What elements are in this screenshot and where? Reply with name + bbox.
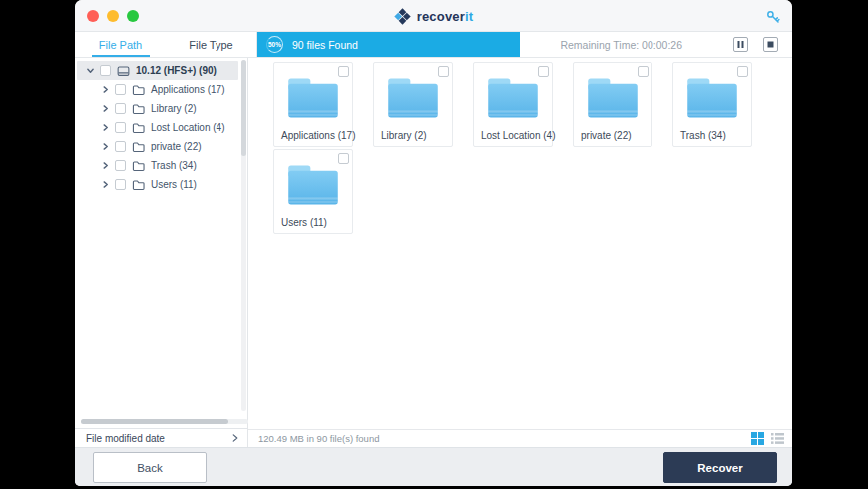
tree-item-folder[interactable]: Trash (34)	[75, 156, 247, 175]
scrollbar-thumb[interactable]	[81, 419, 228, 424]
logo-text: recoverit	[417, 9, 474, 24]
scan-progress-bar: 50% 90 files Found Remaining Time: 00:00…	[257, 32, 792, 58]
chevron-right-icon[interactable]	[102, 162, 109, 169]
tree-checkbox[interactable]	[115, 122, 126, 133]
tree-item-folder[interactable]: private (22)	[75, 137, 247, 156]
chevron-down-icon[interactable]	[87, 67, 94, 74]
folder-card-label: private (22)	[581, 130, 632, 141]
results-content: Applications (17)	[248, 58, 792, 429]
folder-tree: 10.12 (HFS+) (90)	[75, 58, 247, 428]
zoom-button[interactable]	[127, 10, 139, 22]
chevron-right-icon	[232, 434, 238, 442]
folder-icon	[132, 84, 145, 96]
tree-item-folder[interactable]: Library (2)	[75, 99, 247, 118]
grid-view-icon	[751, 432, 764, 445]
folder-icon	[132, 122, 145, 134]
folder-card[interactable]: private (22)	[573, 62, 652, 147]
recoverit-logo-icon	[394, 8, 411, 25]
folder-icon	[284, 75, 342, 125]
drive-icon	[117, 65, 130, 77]
tree-checkbox[interactable]	[115, 179, 126, 190]
file-modified-date-filter[interactable]: File modified date	[75, 428, 247, 447]
grid-view-button[interactable]	[751, 432, 764, 445]
sidebar-tabs: File Path File Type	[75, 32, 257, 58]
tree-item-folder[interactable]: Users (11)	[75, 175, 247, 194]
folder-icon	[584, 75, 642, 125]
tree-item-label: Users (11)	[151, 179, 197, 190]
chevron-right-icon[interactable]	[102, 86, 109, 93]
recoverit-logo: recoverit	[75, 0, 792, 32]
folder-card[interactable]: Trash (34)	[672, 62, 752, 147]
tab-file-path[interactable]: File Path	[75, 32, 166, 57]
tree-item-label: 10.12 (HFS+) (90)	[136, 65, 217, 76]
folder-card[interactable]: Users (11)	[273, 149, 353, 234]
scan-progress-remainder: Remaining Time: 00:00:26	[520, 32, 792, 57]
folder-icon	[132, 179, 145, 191]
folder-card-label: Lost Location (4)	[481, 130, 556, 141]
chevron-right-icon[interactable]	[102, 143, 109, 150]
list-view-button[interactable]	[771, 432, 784, 445]
tree-children: Applications (17)	[75, 80, 247, 194]
tree-item-volume[interactable]: 10.12 (HFS+) (90)	[77, 61, 238, 80]
minimize-button[interactable]	[107, 10, 119, 22]
activation-key-button[interactable]	[764, 8, 782, 26]
title-bar: recoverit	[75, 0, 792, 32]
results-area: Applications (17)	[248, 58, 792, 447]
file-path-sidebar: 10.12 (HFS+) (90)	[75, 58, 248, 447]
folder-card[interactable]: Applications (17)	[273, 62, 353, 147]
scrollbar-thumb[interactable]	[241, 60, 246, 156]
tree-item-folder[interactable]: Applications (17)	[75, 80, 247, 99]
sidebar-vertical-scrollbar[interactable]	[241, 60, 246, 411]
list-view-icon	[771, 432, 784, 445]
folder-card[interactable]: Lost Location (4)	[473, 62, 553, 147]
recover-button[interactable]: Recover	[663, 452, 777, 483]
folder-icon	[132, 103, 145, 115]
recoverit-window: recoverit File Path File Type	[75, 0, 792, 486]
folder-card-label: Trash (34)	[680, 130, 726, 141]
pause-scan-button[interactable]	[733, 37, 748, 52]
scan-progress-fill: 50% 90 files Found	[257, 32, 520, 57]
key-icon	[766, 10, 780, 24]
chevron-right-icon[interactable]	[102, 124, 109, 131]
tree-checkbox[interactable]	[115, 141, 126, 152]
window-controls	[87, 10, 139, 22]
folder-card-label: Users (11)	[281, 217, 327, 228]
folder-card[interactable]: Library (2)	[373, 62, 453, 147]
scan-status-text: 90 files Found	[292, 39, 358, 51]
folder-icon	[132, 141, 145, 153]
folder-icon	[683, 75, 741, 125]
action-bar: Back Recover	[75, 447, 792, 486]
status-bar: 120.49 MB in 90 file(s) found	[248, 429, 792, 447]
pause-icon	[737, 41, 744, 48]
chevron-right-icon[interactable]	[102, 181, 109, 188]
tab-file-type-label: File Type	[189, 39, 232, 51]
scan-percent-badge: 50%	[266, 36, 283, 53]
chevron-right-icon[interactable]	[102, 105, 109, 112]
tab-file-path-label: File Path	[99, 39, 142, 51]
scan-summary-text: 120.49 MB in 90 file(s) found	[258, 433, 379, 444]
tree-checkbox[interactable]	[115, 160, 126, 171]
window-body: 10.12 (HFS+) (90)	[75, 58, 792, 447]
file-modified-date-label: File modified date	[86, 433, 165, 444]
desktop-background: recoverit File Path File Type	[0, 0, 868, 489]
folder-card-label: Library (2)	[381, 130, 427, 141]
tree-item-label: Library (2)	[151, 103, 197, 114]
tab-file-type[interactable]: File Type	[166, 32, 256, 57]
active-tab-underline	[92, 55, 150, 57]
close-button[interactable]	[87, 10, 99, 22]
sidebar-horizontal-scrollbar[interactable]	[81, 419, 248, 424]
tree-item-label: Applications (17)	[151, 84, 224, 95]
back-button[interactable]: Back	[93, 452, 207, 483]
stop-scan-button[interactable]	[763, 37, 778, 52]
tree-checkbox[interactable]	[115, 84, 126, 95]
tree-checkbox[interactable]	[100, 65, 111, 76]
folder-icon	[484, 75, 542, 125]
tree-item-label: Trash (34)	[151, 160, 197, 171]
tree-checkbox[interactable]	[115, 103, 126, 114]
folder-icon	[132, 160, 145, 172]
view-toggles	[751, 432, 784, 445]
header-row: File Path File Type 50% 90 files Found R…	[75, 32, 792, 58]
tree-item-folder[interactable]: Lost Location (4)	[75, 118, 247, 137]
folder-card-label: Applications (17)	[281, 130, 355, 141]
folder-icon	[384, 75, 442, 125]
